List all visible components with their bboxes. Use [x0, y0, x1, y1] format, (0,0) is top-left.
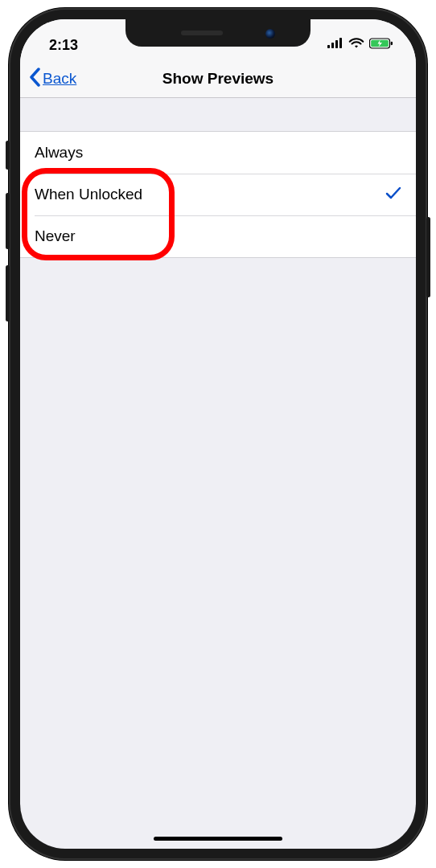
- notch: [125, 19, 311, 47]
- option-label: Always: [35, 144, 83, 162]
- checkmark-icon: [385, 186, 401, 203]
- speaker: [181, 31, 223, 35]
- svg-rect-3: [339, 38, 342, 48]
- chevron-left-icon: [28, 68, 41, 90]
- svg-rect-2: [335, 40, 338, 48]
- back-label: Back: [43, 70, 76, 88]
- option-always[interactable]: Always: [20, 132, 416, 174]
- volume-down-button: [6, 265, 10, 321]
- section-spacer: [20, 98, 416, 132]
- volume-up-button: [6, 193, 10, 249]
- svg-rect-6: [391, 42, 393, 45]
- screen: 2:13: [20, 19, 416, 849]
- status-time: 2:13: [49, 37, 78, 54]
- power-button: [426, 217, 430, 297]
- home-indicator[interactable]: [154, 837, 282, 841]
- back-button[interactable]: Back: [28, 59, 76, 97]
- status-icons: [327, 38, 393, 52]
- nav-bar: Back Show Previews: [20, 59, 416, 98]
- wifi-icon: [348, 38, 364, 52]
- option-label: When Unlocked: [35, 186, 142, 203]
- cellular-icon: [327, 38, 343, 52]
- svg-rect-0: [327, 45, 330, 48]
- options-list: Always When Unlocked Never: [20, 132, 416, 258]
- svg-rect-1: [331, 43, 334, 48]
- phone-frame: 2:13: [9, 8, 427, 860]
- option-never[interactable]: Never: [20, 215, 416, 257]
- front-camera: [265, 29, 275, 39]
- page-title: Show Previews: [162, 70, 274, 88]
- option-label: Never: [35, 227, 76, 245]
- battery-charging-icon: [369, 38, 393, 52]
- side-button: [6, 141, 10, 170]
- option-when-unlocked[interactable]: When Unlocked: [20, 174, 416, 215]
